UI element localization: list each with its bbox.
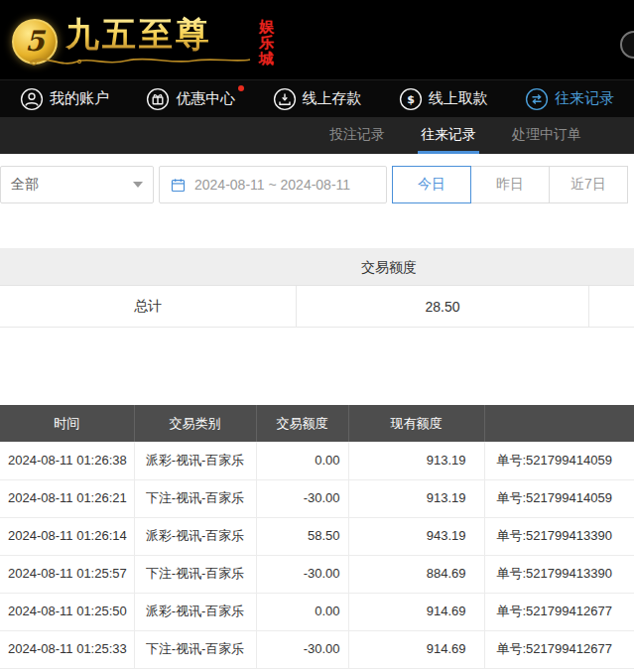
cell-amount: -30.00: [256, 479, 348, 517]
calendar-icon: [170, 177, 187, 194]
summary-header-label: 交易额度: [189, 248, 589, 286]
tab-transaction-records[interactable]: 往来记录: [418, 117, 479, 154]
nav-item-my-account[interactable]: 我的账户: [20, 87, 109, 111]
category-select-value: 全部: [11, 176, 39, 194]
yesterday-button[interactable]: 昨日: [470, 166, 550, 203]
cell-balance: 914.69: [348, 630, 484, 668]
table-row: 2024-08-11 01:25:33 下注-视讯-百家乐 -30.00 914…: [0, 630, 634, 668]
floating-widget[interactable]: [620, 31, 634, 59]
cell-note: 单号:521799413390: [484, 555, 634, 593]
last7days-button[interactable]: 近7日: [549, 166, 628, 203]
nav-item-promotions[interactable]: 优惠中心: [146, 87, 235, 111]
table-row: 2024-08-11 01:26:21 下注-视讯-百家乐 -30.00 913…: [0, 479, 634, 517]
transactions-body: 2024-08-11 01:26:38 派彩-视讯-百家乐 0.00 913.1…: [0, 442, 634, 668]
nav-item-label: 优惠中心: [176, 89, 235, 108]
cell-balance: 884.69: [348, 555, 484, 593]
site-header: 5 九五至尊 娱乐城: [0, 0, 634, 79]
cell-time: 2024-08-11 01:26:21: [0, 479, 134, 517]
record-subtabs: 投注记录 往来记录 处理中订单: [0, 117, 634, 154]
today-button[interactable]: 今日: [392, 166, 471, 203]
summary-table: 交易额度 总计 28.50: [0, 248, 634, 328]
cell-amount: -30.00: [256, 555, 348, 593]
nav-item-label: 我的账户: [50, 89, 109, 108]
cell-balance: 913.19: [348, 442, 484, 479]
nav-item-withdraw[interactable]: $ 线上取款: [399, 87, 488, 111]
cell-amount: 0.00: [256, 593, 348, 630]
nav-item-label: 往来记录: [555, 89, 614, 108]
cell-amount: -30.00: [256, 630, 348, 668]
transfer-records-icon: [525, 87, 549, 111]
brand-badge: 娱乐城: [259, 19, 276, 67]
col-balance: 现有额度: [348, 405, 484, 442]
cell-time: 2024-08-11 01:25:57: [0, 555, 134, 593]
table-row: 2024-08-11 01:26:14 派彩-视讯-百家乐 58.50 943.…: [0, 517, 634, 555]
nav-item-label: 线上取款: [429, 89, 488, 108]
withdraw-icon: $: [399, 87, 423, 111]
date-range-picker[interactable]: 2024-08-11 ~ 2024-08-11: [159, 166, 387, 203]
nav-item-transaction-records[interactable]: 往来记录: [525, 87, 614, 111]
cell-note: 单号:521799414059: [484, 442, 634, 479]
col-amount: 交易额度: [256, 405, 348, 442]
nav-item-deposit[interactable]: 线上存款: [273, 87, 362, 111]
cell-type: 派彩-视讯-百家乐: [134, 593, 256, 630]
table-row: 2024-08-11 01:26:38 派彩-视讯-百家乐 0.00 913.1…: [0, 442, 634, 479]
quick-date-buttons: 今日 昨日 近7日: [392, 166, 628, 203]
cell-note: 单号:521799412677: [484, 593, 634, 630]
col-note: [484, 405, 634, 442]
date-range-value: 2024-08-11 ~ 2024-08-11: [194, 177, 350, 193]
cell-time: 2024-08-11 01:25:50: [0, 593, 134, 630]
table-row: 2024-08-11 01:25:57 下注-视讯-百家乐 -30.00 884…: [0, 555, 634, 593]
main-nav: 我的账户 优惠中心 线上存款 $ 线上取款: [0, 79, 634, 117]
cell-amount: 0.00: [256, 442, 348, 479]
cell-balance: 914.69: [348, 593, 484, 630]
filter-bar: 全部 2024-08-11 ~ 2024-08-11 今日 昨日 近7日: [0, 154, 634, 215]
col-type: 交易类别: [134, 405, 256, 442]
cell-note: 单号:521799413390: [484, 517, 634, 555]
cell-note: 单号:521799414059: [484, 479, 634, 517]
cell-balance: 913.19: [348, 479, 484, 517]
cell-balance: 943.19: [348, 517, 484, 555]
cell-time: 2024-08-11 01:25:33: [0, 630, 134, 668]
summary-total-value: 28.50: [296, 286, 589, 327]
tab-processing-orders[interactable]: 处理中订单: [509, 117, 584, 154]
svg-text:$: $: [407, 93, 415, 106]
col-time: 时间: [0, 405, 134, 442]
cell-amount: 58.50: [256, 517, 348, 555]
brand-text-block: 九五至尊: [65, 11, 254, 68]
brand-logo[interactable]: 5 九五至尊 娱乐城: [0, 11, 276, 68]
cell-type: 派彩-视讯-百家乐: [134, 517, 256, 555]
transactions-table: 时间 交易类别 交易额度 现有额度 2024-08-11 01:26:38 派彩…: [0, 405, 634, 669]
nav-item-label: 线上存款: [303, 89, 362, 108]
table-row: 2024-08-11 01:25:50 派彩-视讯-百家乐 0.00 914.6…: [0, 593, 634, 630]
cell-type: 派彩-视讯-百家乐: [134, 442, 256, 479]
chevron-down-icon: [133, 182, 143, 188]
deposit-icon: [273, 87, 297, 111]
transactions-header: 时间 交易类别 交易额度 现有额度: [0, 405, 634, 442]
brand-title: 九五至尊: [65, 11, 254, 57]
cell-time: 2024-08-11 01:26:38: [0, 442, 134, 479]
cell-type: 下注-视讯-百家乐: [134, 479, 256, 517]
cell-time: 2024-08-11 01:26:14: [0, 517, 134, 555]
cell-type: 下注-视讯-百家乐: [134, 555, 256, 593]
gold-flourish-icon: [26, 55, 254, 68]
brand-emblem-symbol: 5: [25, 28, 44, 56]
user-icon: [20, 87, 44, 111]
cell-note: 单号:521799412677: [484, 630, 634, 668]
tab-betting-records[interactable]: 投注记录: [326, 117, 388, 154]
summary-total-label: 总计: [0, 286, 296, 327]
notification-dot: [238, 85, 244, 91]
gift-icon: [146, 87, 170, 111]
summary-header-row: 交易额度: [0, 248, 634, 286]
category-select[interactable]: 全部: [0, 166, 154, 203]
summary-total-row: 总计 28.50: [0, 286, 634, 328]
cell-type: 下注-视讯-百家乐: [134, 630, 256, 668]
